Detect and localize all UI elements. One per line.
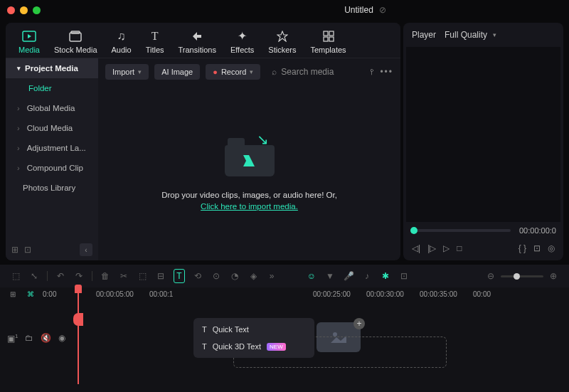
ai-image-button[interactable]: AI Image [154,64,200,80]
sidebar-project-media[interactable]: ▾Project Media [6,58,98,78]
audio-mix-icon[interactable]: ♪ [361,271,373,281]
preview-panel: Player Full Quality▾ 00:00:00:0 ◁| |▷ ▷ … [403,23,563,260]
pointer-tool-icon[interactable]: ⬚ [10,271,21,281]
minimize-window[interactable] [20,6,28,14]
filter-icon[interactable]: ⫯ [370,67,374,77]
tab-stock-media[interactable]: Stock Media [47,27,105,57]
link-icon[interactable]: ⌘ [27,290,34,298]
tab-templates[interactable]: Templates [303,27,353,57]
audio-icon: ♫ [117,30,126,43]
visibility-icon[interactable]: ◉ [58,333,65,344]
snapshot-icon[interactable]: ◎ [546,242,556,255]
text-tool-icon[interactable]: T [174,269,185,283]
keyframe-icon[interactable]: ◈ [248,271,259,281]
svg-rect-3 [324,31,328,36]
media-panel: Media Stock Media ♫ Audio T Titles Trans… [6,23,400,260]
scrub-bar[interactable] [410,229,511,232]
sidebar-label: Global Media [27,104,75,112]
ai-icon[interactable]: ☺ [306,271,317,281]
text-3d-icon: T [202,342,207,351]
media-dropzone[interactable]: ↘ Drop your video clips, images, or audi… [98,85,400,260]
import-button[interactable]: Import▾ [105,64,149,80]
collapse-sidebar[interactable]: ‹ [80,243,92,256]
preview-viewport[interactable] [406,47,560,222]
folder-action-icon[interactable]: ⊡ [24,245,31,255]
bracket-icon[interactable]: { } [517,242,528,255]
prev-frame-icon[interactable]: ◁| [410,242,422,255]
mute-icon[interactable]: 🔇 [41,333,51,344]
svg-rect-1 [70,33,81,41]
tab-audio[interactable]: ♫ Audio [105,27,139,57]
tab-transitions[interactable]: Transitions [171,27,223,57]
ai-audio-icon[interactable]: ✱ [380,271,391,281]
render-icon[interactable]: ⊡ [398,271,410,281]
sidebar-label: Compound Clip [27,164,83,172]
crop-icon[interactable]: ⬚ [137,271,148,281]
rotate-icon[interactable]: ⟲ [192,271,203,281]
step-back-icon[interactable]: |▷ [426,242,437,255]
import-link[interactable]: Click here to import media. [201,202,298,211]
trim-icon[interactable]: ⊟ [155,271,166,281]
zoom-slider[interactable] [501,275,543,277]
search-media[interactable]: ⌕ Search media [266,64,364,80]
delete-icon[interactable]: 🗑 [100,271,111,281]
video-track-icon[interactable]: ▣1 [7,333,18,344]
track-controls: ▣1 🗀 🔇 ◉ [7,333,65,344]
titlebar: Untitled ⊘ [0,0,569,20]
stop-icon[interactable]: □ [455,242,463,255]
sidebar-cloud-media[interactable]: Cloud Media [6,118,98,138]
timeline-ruler[interactable]: ⊞ ⌘ 0:00 00:00:05:00 00:00:1 00:00:25:00… [0,287,569,301]
sidebar-photos-library[interactable]: Photos Library [6,178,98,198]
close-window[interactable] [7,6,15,14]
zoom-out-icon[interactable]: ⊖ [485,271,496,281]
playhead[interactable] [78,285,79,384]
tab-media[interactable]: Media [11,27,47,57]
more-tools-icon[interactable]: » [266,271,277,281]
timecode: 00:00:00:0 [519,226,556,235]
quick-text-item[interactable]: TQuick Text [193,321,314,338]
tab-label: Effects [230,46,254,54]
btn-label: Import [112,68,134,76]
time-mark: 00:00:05:00 [96,290,149,298]
sidebar-label: Photos Library [23,184,75,192]
play-icon[interactable]: ▷ [442,242,451,255]
tab-titles[interactable]: T Titles [139,27,171,57]
zoom-in-icon[interactable]: ⊕ [548,271,559,281]
speed-icon[interactable]: ⊙ [211,271,222,281]
mic-icon[interactable]: 🎤 [343,271,354,281]
tab-label: Media [18,46,40,54]
marker-icon[interactable]: ▼ [324,271,336,281]
tab-label: Stickers [268,46,296,54]
undo-icon[interactable]: ↶ [55,271,66,281]
dd-label: Quick Text [213,325,249,334]
tab-stickers[interactable]: Stickers [261,27,303,57]
sidebar-label: Project Media [25,64,78,73]
sidebar-global-media[interactable]: Global Media [6,98,98,118]
track-header-icon[interactable]: ⊞ [10,290,16,298]
select-tool-icon[interactable]: ⤡ [28,271,40,281]
new-badge: NEW [267,343,286,351]
quick-3d-text-item[interactable]: TQuick 3D TextNEW [193,338,314,355]
sidebar-folder[interactable]: Folder [6,78,98,98]
transitions-icon [191,30,203,43]
quality-value: Full Quality [445,30,487,40]
maximize-window[interactable] [33,6,41,14]
cut-icon[interactable]: ✂ [118,271,129,281]
tab-effects[interactable]: ✦ Effects [223,27,261,57]
lock-icon[interactable]: 🗀 [25,333,33,344]
timeline-tracks[interactable]: TQuick Text TQuick 3D TextNEW [0,322,569,372]
record-button[interactable]: ●Record▾ [206,64,260,80]
titles-icon: T [151,30,159,43]
time-mark: 00:00:1 [149,290,203,298]
sidebar-compound-clip[interactable]: Compound Clip [6,158,98,178]
sidebar-adjustment-layer[interactable]: Adjustment La... [6,138,98,158]
transport-controls: ◁| |▷ ▷ □ { } ⊡ ◎ [403,239,563,260]
quality-select[interactable]: Full Quality▾ [445,30,496,40]
more-icon[interactable]: ••• [380,67,393,77]
new-folder-icon[interactable]: ⊞ [11,245,18,255]
redo-icon[interactable]: ↷ [73,271,85,281]
svg-rect-5 [324,37,328,41]
crop-preview-icon[interactable]: ⊡ [532,242,542,255]
color-icon[interactable]: ◔ [229,271,240,281]
effects-icon: ✦ [238,30,247,43]
